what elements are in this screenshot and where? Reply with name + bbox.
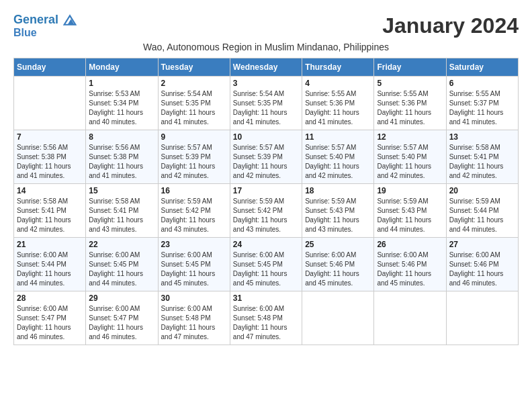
day-number: 22 <box>89 240 154 249</box>
calendar-week-row: 28Sunrise: 6:00 AMSunset: 5:47 PMDayligh… <box>14 291 519 345</box>
calendar-week-row: 14Sunrise: 5:58 AMSunset: 5:41 PMDayligh… <box>14 183 519 237</box>
calendar-cell: 28Sunrise: 6:00 AMSunset: 5:47 PMDayligh… <box>14 291 86 345</box>
day-info: Sunrise: 6:00 AMSunset: 5:47 PMDaylight:… <box>17 304 83 342</box>
weekday-header: Thursday <box>302 58 374 76</box>
calendar-week-row: 21Sunrise: 6:00 AMSunset: 5:44 PMDayligh… <box>14 237 519 291</box>
day-number: 17 <box>233 186 299 195</box>
calendar-cell: 25Sunrise: 6:00 AMSunset: 5:46 PMDayligh… <box>302 237 374 291</box>
calendar-cell: 6Sunrise: 5:55 AMSunset: 5:37 PMDaylight… <box>446 76 518 130</box>
calendar-cell: 22Sunrise: 6:00 AMSunset: 5:45 PMDayligh… <box>86 237 158 291</box>
day-number: 21 <box>17 240 83 249</box>
calendar-cell: 23Sunrise: 6:00 AMSunset: 5:45 PMDayligh… <box>158 237 230 291</box>
day-info: Sunrise: 5:53 AMSunset: 5:34 PMDaylight:… <box>89 89 154 127</box>
logo-text: General <box>13 13 77 27</box>
calendar-cell: 29Sunrise: 6:00 AMSunset: 5:47 PMDayligh… <box>86 291 158 345</box>
calendar-week-row: 7Sunrise: 5:56 AMSunset: 5:38 PMDaylight… <box>14 130 519 183</box>
day-info: Sunrise: 6:00 AMSunset: 5:48 PMDaylight:… <box>161 304 227 342</box>
calendar-cell: 13Sunrise: 5:58 AMSunset: 5:41 PMDayligh… <box>446 130 518 183</box>
calendar-table: SundayMondayTuesdayWednesdayThursdayFrid… <box>13 58 519 345</box>
day-number: 25 <box>305 240 371 249</box>
day-number: 28 <box>17 293 83 303</box>
calendar-week-row: 1Sunrise: 5:53 AMSunset: 5:34 PMDaylight… <box>14 76 519 130</box>
day-number: 11 <box>305 132 371 142</box>
day-info: Sunrise: 5:55 AMSunset: 5:37 PMDaylight:… <box>449 89 515 127</box>
weekday-header: Tuesday <box>158 58 230 76</box>
day-info: Sunrise: 5:56 AMSunset: 5:38 PMDaylight:… <box>17 143 83 181</box>
day-info: Sunrise: 6:00 AMSunset: 5:44 PMDaylight:… <box>17 250 83 288</box>
month-title: January 2024 <box>382 13 519 38</box>
day-number: 30 <box>161 293 227 303</box>
day-number: 3 <box>233 79 299 88</box>
logo-subtext: Blue <box>13 27 77 39</box>
calendar-cell: 14Sunrise: 5:58 AMSunset: 5:41 PMDayligh… <box>14 183 86 237</box>
weekday-header: Friday <box>374 58 446 76</box>
day-info: Sunrise: 6:00 AMSunset: 5:45 PMDaylight:… <box>161 250 227 288</box>
calendar-cell: 1Sunrise: 5:53 AMSunset: 5:34 PMDaylight… <box>86 76 158 130</box>
day-info: Sunrise: 5:58 AMSunset: 5:41 PMDaylight:… <box>449 143 515 181</box>
day-number: 26 <box>377 240 443 249</box>
day-number: 14 <box>17 186 83 195</box>
day-info: Sunrise: 5:59 AMSunset: 5:43 PMDaylight:… <box>377 197 443 234</box>
calendar-cell: 30Sunrise: 6:00 AMSunset: 5:48 PMDayligh… <box>158 291 230 345</box>
day-info: Sunrise: 6:00 AMSunset: 5:47 PMDaylight:… <box>89 304 154 342</box>
day-number: 10 <box>233 132 299 142</box>
calendar-cell: 11Sunrise: 5:57 AMSunset: 5:40 PMDayligh… <box>302 130 374 183</box>
day-info: Sunrise: 5:57 AMSunset: 5:40 PMDaylight:… <box>305 143 371 181</box>
day-number: 1 <box>89 79 154 88</box>
calendar-cell <box>446 291 518 345</box>
day-number: 5 <box>377 79 443 88</box>
day-info: Sunrise: 5:57 AMSunset: 5:40 PMDaylight:… <box>377 143 443 181</box>
day-number: 16 <box>161 186 227 195</box>
day-number: 8 <box>89 132 154 142</box>
day-number: 9 <box>161 132 227 142</box>
day-info: Sunrise: 5:55 AMSunset: 5:36 PMDaylight:… <box>377 89 443 127</box>
day-number: 19 <box>377 186 443 195</box>
day-info: Sunrise: 5:56 AMSunset: 5:38 PMDaylight:… <box>89 143 154 181</box>
day-info: Sunrise: 5:58 AMSunset: 5:41 PMDaylight:… <box>89 197 154 234</box>
calendar-cell: 19Sunrise: 5:59 AMSunset: 5:43 PMDayligh… <box>374 183 446 237</box>
day-info: Sunrise: 6:00 AMSunset: 5:46 PMDaylight:… <box>377 250 443 288</box>
day-number: 20 <box>449 186 515 195</box>
day-number: 27 <box>449 240 515 249</box>
calendar-cell: 10Sunrise: 5:57 AMSunset: 5:39 PMDayligh… <box>230 130 302 183</box>
day-info: Sunrise: 5:59 AMSunset: 5:42 PMDaylight:… <box>161 197 227 234</box>
day-info: Sunrise: 6:00 AMSunset: 5:45 PMDaylight:… <box>233 250 299 288</box>
day-number: 4 <box>305 79 371 88</box>
day-info: Sunrise: 5:59 AMSunset: 5:44 PMDaylight:… <box>449 197 515 234</box>
calendar-cell <box>374 291 446 345</box>
calendar-cell: 5Sunrise: 5:55 AMSunset: 5:36 PMDaylight… <box>374 76 446 130</box>
calendar-cell: 16Sunrise: 5:59 AMSunset: 5:42 PMDayligh… <box>158 183 230 237</box>
logo: General Blue <box>13 13 77 39</box>
day-number: 7 <box>17 132 83 142</box>
day-info: Sunrise: 5:59 AMSunset: 5:42 PMDaylight:… <box>233 197 299 234</box>
weekday-header: Saturday <box>446 58 518 76</box>
day-number: 13 <box>449 132 515 142</box>
day-info: Sunrise: 6:00 AMSunset: 5:45 PMDaylight:… <box>89 250 154 288</box>
day-number: 12 <box>377 132 443 142</box>
calendar-cell: 26Sunrise: 6:00 AMSunset: 5:46 PMDayligh… <box>374 237 446 291</box>
calendar-cell: 4Sunrise: 5:55 AMSunset: 5:36 PMDaylight… <box>302 76 374 130</box>
calendar-cell: 27Sunrise: 6:00 AMSunset: 5:46 PMDayligh… <box>446 237 518 291</box>
day-number: 31 <box>233 293 299 303</box>
calendar-cell: 3Sunrise: 5:54 AMSunset: 5:35 PMDaylight… <box>230 76 302 130</box>
calendar-subtitle: Wao, Autonomous Region in Muslim Mindana… <box>13 42 519 52</box>
day-number: 24 <box>233 240 299 249</box>
day-number: 2 <box>161 79 227 88</box>
calendar-cell: 7Sunrise: 5:56 AMSunset: 5:38 PMDaylight… <box>14 130 86 183</box>
calendar-cell <box>302 291 374 345</box>
day-number: 6 <box>449 79 515 88</box>
day-info: Sunrise: 5:57 AMSunset: 5:39 PMDaylight:… <box>233 143 299 181</box>
day-info: Sunrise: 6:00 AMSunset: 5:48 PMDaylight:… <box>233 304 299 342</box>
calendar-cell: 31Sunrise: 6:00 AMSunset: 5:48 PMDayligh… <box>230 291 302 345</box>
calendar-cell: 9Sunrise: 5:57 AMSunset: 5:39 PMDaylight… <box>158 130 230 183</box>
day-info: Sunrise: 5:54 AMSunset: 5:35 PMDaylight:… <box>233 89 299 127</box>
calendar-cell: 20Sunrise: 5:59 AMSunset: 5:44 PMDayligh… <box>446 183 518 237</box>
calendar-cell: 2Sunrise: 5:54 AMSunset: 5:35 PMDaylight… <box>158 76 230 130</box>
calendar-cell: 18Sunrise: 5:59 AMSunset: 5:43 PMDayligh… <box>302 183 374 237</box>
day-number: 23 <box>161 240 227 249</box>
weekday-header: Wednesday <box>230 58 302 76</box>
day-info: Sunrise: 6:00 AMSunset: 5:46 PMDaylight:… <box>305 250 371 288</box>
page-header: General Blue January 2024 <box>13 13 519 39</box>
day-info: Sunrise: 5:55 AMSunset: 5:36 PMDaylight:… <box>305 89 371 127</box>
day-info: Sunrise: 5:57 AMSunset: 5:39 PMDaylight:… <box>161 143 227 181</box>
